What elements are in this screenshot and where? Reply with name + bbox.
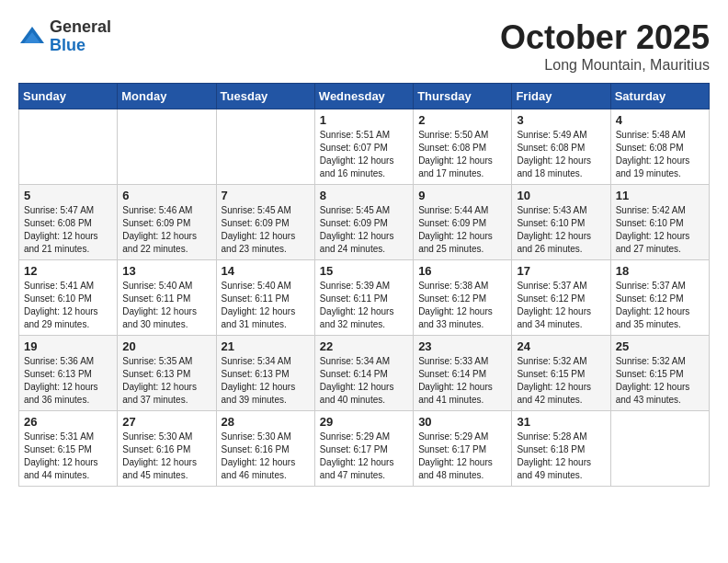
day-info: Sunrise: 5:42 AM Sunset: 6:10 PM Dayligh… — [616, 204, 704, 256]
day-info: Sunrise: 5:30 AM Sunset: 6:16 PM Dayligh… — [222, 431, 310, 482]
weekday-thursday: Thursday — [414, 84, 512, 109]
day-number: 3 — [517, 113, 605, 127]
day-number: 18 — [616, 264, 704, 278]
calendar-cell: 10Sunrise: 5:43 AM Sunset: 6:10 PM Dayli… — [512, 185, 610, 260]
weekday-monday: Monday — [118, 84, 216, 109]
day-info: Sunrise: 5:43 AM Sunset: 6:10 PM Dayligh… — [517, 204, 605, 256]
day-number: 13 — [122, 264, 210, 278]
calendar-cell: 12Sunrise: 5:41 AM Sunset: 6:10 PM Dayli… — [19, 260, 118, 336]
calendar-cell: 27Sunrise: 5:30 AM Sunset: 6:16 PM Dayli… — [118, 411, 216, 487]
weekday-wednesday: Wednesday — [314, 84, 413, 109]
day-number: 29 — [320, 415, 408, 429]
day-info: Sunrise: 5:49 AM Sunset: 6:08 PM Dayligh… — [517, 129, 605, 180]
day-number: 15 — [320, 264, 408, 278]
day-info: Sunrise: 5:39 AM Sunset: 6:11 PM Dayligh… — [320, 280, 408, 331]
calendar-cell: 30Sunrise: 5:29 AM Sunset: 6:17 PM Dayli… — [414, 411, 512, 487]
day-number: 5 — [24, 189, 112, 202]
day-info: Sunrise: 5:44 AM Sunset: 6:09 PM Dayligh… — [418, 204, 506, 256]
day-number: 23 — [418, 339, 506, 353]
calendar-cell: 29Sunrise: 5:29 AM Sunset: 6:17 PM Dayli… — [314, 411, 413, 487]
calendar-cell — [19, 109, 118, 185]
calendar-cell: 13Sunrise: 5:40 AM Sunset: 6:11 PM Dayli… — [118, 260, 216, 336]
calendar-body: 1Sunrise: 5:51 AM Sunset: 6:07 PM Daylig… — [19, 109, 710, 487]
calendar-cell — [610, 411, 709, 487]
calendar-cell: 14Sunrise: 5:40 AM Sunset: 6:11 PM Dayli… — [216, 260, 314, 336]
location: Long Mountain, Mauritius — [500, 57, 710, 74]
title-block: October 2025 Long Mountain, Mauritius — [500, 18, 710, 74]
day-info: Sunrise: 5:40 AM Sunset: 6:11 PM Dayligh… — [122, 280, 210, 331]
calendar-cell: 26Sunrise: 5:31 AM Sunset: 6:15 PM Dayli… — [19, 411, 118, 487]
calendar-cell: 16Sunrise: 5:38 AM Sunset: 6:12 PM Dayli… — [414, 260, 512, 336]
day-number: 12 — [24, 264, 112, 278]
weekday-sunday: Sunday — [19, 84, 118, 109]
day-info: Sunrise: 5:38 AM Sunset: 6:12 PM Dayligh… — [418, 280, 506, 331]
day-number: 16 — [418, 264, 506, 278]
day-number: 14 — [222, 264, 310, 278]
weekday-friday: Friday — [512, 84, 610, 109]
calendar-cell: 3Sunrise: 5:49 AM Sunset: 6:08 PM Daylig… — [512, 109, 610, 185]
day-number: 31 — [517, 415, 605, 429]
day-number: 9 — [418, 189, 506, 202]
logo-blue-text: Blue — [50, 37, 111, 55]
calendar-cell: 1Sunrise: 5:51 AM Sunset: 6:07 PM Daylig… — [314, 109, 413, 185]
logo-general-text: General — [50, 18, 111, 37]
calendar-cell: 23Sunrise: 5:33 AM Sunset: 6:14 PM Dayli… — [414, 336, 512, 411]
logo-icon — [18, 23, 46, 51]
day-number: 11 — [616, 189, 704, 202]
calendar-cell: 7Sunrise: 5:45 AM Sunset: 6:09 PM Daylig… — [216, 185, 314, 260]
day-info: Sunrise: 5:40 AM Sunset: 6:11 PM Dayligh… — [222, 280, 310, 331]
calendar-week-0: 1Sunrise: 5:51 AM Sunset: 6:07 PM Daylig… — [19, 109, 710, 185]
calendar-week-2: 12Sunrise: 5:41 AM Sunset: 6:10 PM Dayli… — [19, 260, 710, 336]
calendar-table: SundayMondayTuesdayWednesdayThursdayFrid… — [18, 83, 710, 487]
calendar-cell: 19Sunrise: 5:36 AM Sunset: 6:13 PM Dayli… — [19, 336, 118, 411]
day-info: Sunrise: 5:37 AM Sunset: 6:12 PM Dayligh… — [517, 280, 605, 331]
day-number: 22 — [320, 339, 408, 353]
calendar-cell: 28Sunrise: 5:30 AM Sunset: 6:16 PM Dayli… — [216, 411, 314, 487]
day-number: 24 — [517, 339, 605, 353]
calendar-cell: 9Sunrise: 5:44 AM Sunset: 6:09 PM Daylig… — [414, 185, 512, 260]
day-info: Sunrise: 5:41 AM Sunset: 6:10 PM Dayligh… — [24, 280, 112, 331]
calendar-cell: 24Sunrise: 5:32 AM Sunset: 6:15 PM Dayli… — [512, 336, 610, 411]
day-info: Sunrise: 5:46 AM Sunset: 6:09 PM Dayligh… — [122, 204, 210, 256]
calendar-cell: 31Sunrise: 5:28 AM Sunset: 6:18 PM Dayli… — [512, 411, 610, 487]
calendar-cell: 17Sunrise: 5:37 AM Sunset: 6:12 PM Dayli… — [512, 260, 610, 336]
weekday-tuesday: Tuesday — [216, 84, 314, 109]
calendar-cell: 25Sunrise: 5:32 AM Sunset: 6:15 PM Dayli… — [610, 336, 709, 411]
calendar-cell: 8Sunrise: 5:45 AM Sunset: 6:09 PM Daylig… — [314, 185, 413, 260]
weekday-header-row: SundayMondayTuesdayWednesdayThursdayFrid… — [19, 84, 710, 109]
day-info: Sunrise: 5:45 AM Sunset: 6:09 PM Dayligh… — [222, 204, 310, 256]
day-number: 2 — [418, 113, 506, 127]
day-info: Sunrise: 5:45 AM Sunset: 6:09 PM Dayligh… — [320, 204, 408, 256]
day-info: Sunrise: 5:50 AM Sunset: 6:08 PM Dayligh… — [418, 129, 506, 180]
logo: General Blue — [18, 18, 111, 55]
day-number: 26 — [24, 415, 112, 429]
day-number: 10 — [517, 189, 605, 202]
calendar-week-4: 26Sunrise: 5:31 AM Sunset: 6:15 PM Dayli… — [19, 411, 710, 487]
calendar-week-1: 5Sunrise: 5:47 AM Sunset: 6:08 PM Daylig… — [19, 185, 710, 260]
day-info: Sunrise: 5:28 AM Sunset: 6:18 PM Dayligh… — [517, 431, 605, 482]
weekday-saturday: Saturday — [610, 84, 709, 109]
calendar-cell — [118, 109, 216, 185]
day-number: 19 — [24, 339, 112, 353]
page-header: General Blue October 2025 Long Mountain,… — [18, 18, 710, 74]
day-info: Sunrise: 5:35 AM Sunset: 6:13 PM Dayligh… — [122, 355, 210, 407]
day-number: 4 — [616, 113, 704, 127]
day-info: Sunrise: 5:36 AM Sunset: 6:13 PM Dayligh… — [24, 355, 112, 407]
day-number: 21 — [222, 339, 310, 353]
day-info: Sunrise: 5:31 AM Sunset: 6:15 PM Dayligh… — [24, 431, 112, 482]
day-info: Sunrise: 5:37 AM Sunset: 6:12 PM Dayligh… — [616, 280, 704, 331]
calendar-cell: 20Sunrise: 5:35 AM Sunset: 6:13 PM Dayli… — [118, 336, 216, 411]
day-info: Sunrise: 5:29 AM Sunset: 6:17 PM Dayligh… — [320, 431, 408, 482]
day-number: 28 — [222, 415, 310, 429]
day-number: 7 — [222, 189, 310, 202]
day-info: Sunrise: 5:47 AM Sunset: 6:08 PM Dayligh… — [24, 204, 112, 256]
day-info: Sunrise: 5:34 AM Sunset: 6:14 PM Dayligh… — [320, 355, 408, 407]
calendar-cell: 5Sunrise: 5:47 AM Sunset: 6:08 PM Daylig… — [19, 185, 118, 260]
calendar-cell: 4Sunrise: 5:48 AM Sunset: 6:08 PM Daylig… — [610, 109, 709, 185]
calendar-cell: 15Sunrise: 5:39 AM Sunset: 6:11 PM Dayli… — [314, 260, 413, 336]
calendar-week-3: 19Sunrise: 5:36 AM Sunset: 6:13 PM Dayli… — [19, 336, 710, 411]
calendar-cell: 21Sunrise: 5:34 AM Sunset: 6:13 PM Dayli… — [216, 336, 314, 411]
calendar-cell: 22Sunrise: 5:34 AM Sunset: 6:14 PM Dayli… — [314, 336, 413, 411]
day-info: Sunrise: 5:48 AM Sunset: 6:08 PM Dayligh… — [616, 129, 704, 180]
month-title: October 2025 — [500, 18, 710, 57]
